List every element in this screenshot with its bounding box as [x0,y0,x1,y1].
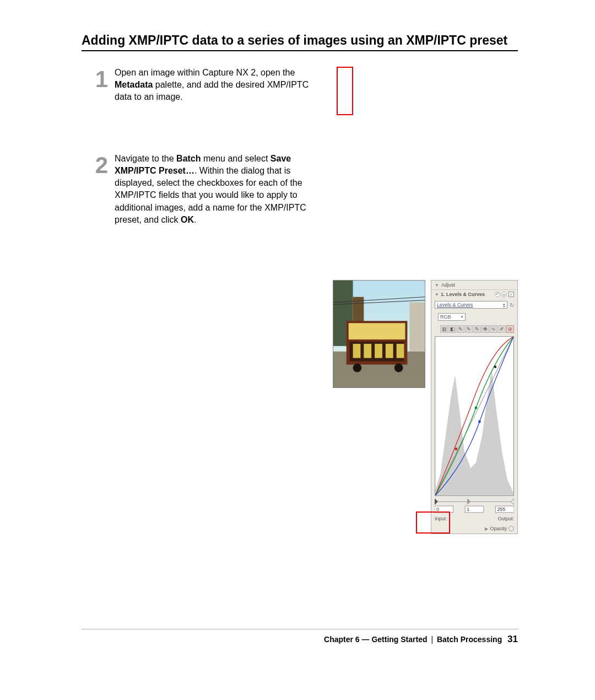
chevron-down-icon: ▾ [461,315,463,319]
step-1-bold: Metadata [115,80,153,89]
svg-point-24 [494,365,497,368]
enable-checkbox[interactable]: ✓ [509,292,514,297]
step-1-pre: Open an image within Capture NX 2, open … [115,68,295,77]
input-label: Input: [435,516,447,521]
step-2-mid1: menu and select [201,154,271,163]
link-icon[interactable]: ∞ [501,292,507,297]
opacity-indicator-icon [509,526,514,531]
trolley-photo-placeholder [333,280,425,388]
svg-rect-6 [349,323,405,340]
svg-rect-3 [409,303,425,352]
reset-curve-icon[interactable]: ⊘ [506,325,514,333]
svg-rect-12 [397,344,404,358]
footer-section: Batch Processing [437,635,502,644]
eyedropper-black-icon[interactable]: ✎ [457,325,464,333]
channel-select[interactable]: RGB ▾ [438,313,466,321]
step-1-number: 1 [82,67,115,103]
step-1: 1 Open an image within Capture NX 2, ope… [82,67,518,103]
output-label: Output: [497,516,514,521]
channel-select-value: RGB [440,314,451,320]
opacity-label[interactable]: Opacity [490,526,507,531]
curves-toolbar: ▥ ◧ ✎ ✎ ✎ ✥ ∿ ✐ ⊘ [431,323,517,335]
svg-point-21 [455,448,458,450]
histogram-tool-icon[interactable]: ▥ [440,325,448,333]
adjust-panel: ▼ Adjust ▼ 1. Levels & Curves ↶ ∞ ✓ Leve… [431,280,518,534]
svg-point-23 [478,420,481,423]
step-2-bold1: Batch [176,154,201,163]
svg-text:255: 255 [497,507,505,512]
reset-icon[interactable]: ↻ [510,302,514,308]
svg-rect-10 [375,344,382,358]
svg-text:1: 1 [467,507,469,512]
preset-select[interactable]: Levels & Curves ▾ [435,301,507,309]
eyedropper-gray-icon[interactable]: ✎ [465,325,473,333]
step-2-pre: Navigate to the [115,154,176,163]
disclosure-right-icon[interactable]: ▶ [485,526,488,531]
step-2: 2 Navigate to the Batch menu and select … [82,153,518,225]
undo-icon[interactable]: ↶ [495,292,500,297]
input-slider[interactable]: 0 1 255 [435,498,514,514]
footer-chapter: Chapter 6 — Getting Started [324,635,427,644]
svg-text:0: 0 [436,507,439,512]
input-output-row: Input: Output: [435,516,514,521]
svg-point-22 [474,407,477,410]
callout-highlight-box [337,67,353,115]
levels-curves-item[interactable]: ▼ 1. Levels & Curves ↶ ∞ ✓ [431,290,517,299]
levels-curves-title: 1. Levels & Curves [441,292,485,297]
svg-point-13 [353,363,362,372]
levels-curves-figure: ▼ Adjust ▼ 1. Levels & Curves ↶ ∞ ✓ Leve… [333,280,520,388]
page-footer: Chapter 6 — Getting Started | Batch Proc… [82,629,518,645]
step-1-text: Open an image within Capture NX 2, open … [115,67,316,103]
pencil-icon[interactable]: ✐ [498,325,506,333]
adjust-panel-header[interactable]: ▼ Adjust [431,281,517,290]
svg-rect-8 [353,344,361,358]
curves-histogram[interactable] [435,336,514,496]
step-2-bold3: OK [181,215,194,224]
sample-photo [333,280,425,388]
svg-rect-9 [364,344,371,358]
step-2-post: . [194,215,196,224]
black-point-icon[interactable]: ◧ [448,325,456,333]
chevron-down-icon: ▾ [503,303,505,307]
svg-rect-11 [386,344,393,358]
svg-point-14 [394,363,403,372]
anchor-icon[interactable]: ✥ [482,325,489,333]
adjust-label: Adjust [441,282,455,288]
preset-select-value: Levels & Curves [437,302,473,308]
step-2-number: 2 [82,153,115,225]
eyedropper-white-icon[interactable]: ✎ [473,325,481,333]
svg-marker-28 [511,498,514,505]
svg-marker-27 [467,498,470,505]
curve-tool-icon[interactable]: ∿ [490,325,497,333]
page-number: 31 [507,634,518,644]
svg-marker-26 [435,498,438,505]
page-title: Adding XMP/IPTC data to a series of imag… [82,33,518,51]
step-2-text: Navigate to the Batch menu and select Sa… [115,153,316,225]
disclosure-triangle-icon: ▼ [435,292,439,297]
disclosure-triangle-icon: ▼ [435,283,439,288]
svg-marker-17 [435,370,513,496]
